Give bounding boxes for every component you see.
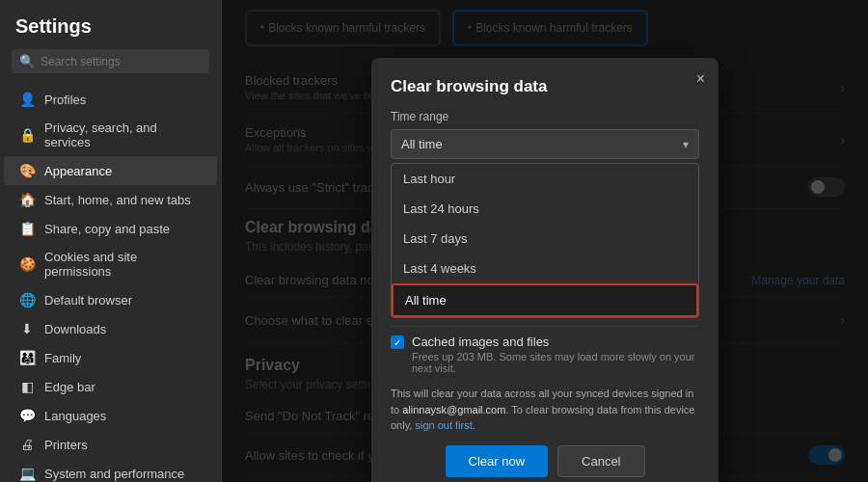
privacy-icon: 🔒 (19, 127, 35, 143)
info-text: This will clear your data across all you… (391, 386, 699, 434)
option-last-24-hours[interactable]: Last 24 hours (392, 194, 698, 224)
sidebar-item-appearance[interactable]: 🎨 Appearance (4, 156, 217, 185)
start-home-label: Start, home, and new tabs (44, 193, 191, 207)
option-last-4-weeks[interactable]: Last 4 weeks (392, 254, 698, 283)
option-last-hour[interactable]: Last hour (392, 164, 698, 194)
dropdown-chevron-icon: ▾ (683, 138, 689, 151)
appearance-icon: 🎨 (19, 163, 35, 178)
sidebar-item-cookies[interactable]: 🍪 Cookies and site permissions (4, 243, 217, 285)
sidebar-item-printers[interactable]: 🖨 Printers (4, 430, 217, 459)
cached-images-checkbox[interactable]: ✓ (391, 335, 404, 349)
privacy-label: Privacy, search, and services (44, 120, 202, 149)
share-copy-label: Share, copy and paste (44, 222, 170, 236)
sidebar-item-downloads[interactable]: ⬇ Downloads (4, 314, 217, 343)
edge-bar-icon: ◧ (19, 379, 35, 394)
family-icon: 👨‍👩‍👧 (19, 350, 35, 365)
system-icon: 💻 (19, 466, 35, 481)
clear-now-button[interactable]: Clear now (446, 445, 549, 477)
profiles-icon: 👤 (19, 92, 35, 107)
search-box[interactable]: 🔍 (12, 49, 209, 73)
share-copy-icon: 📋 (19, 221, 35, 236)
sidebar-item-share-copy[interactable]: 📋 Share, copy and paste (4, 214, 217, 243)
search-icon: 🔍 (19, 54, 35, 68)
modal-overlay: Clear browsing data × Time range All tim… (222, 0, 868, 482)
edge-bar-label: Edge bar (44, 380, 95, 394)
modal-actions: Clear now Cancel (391, 445, 699, 477)
downloads-label: Downloads (44, 322, 106, 336)
sidebar-item-edge-bar[interactable]: ◧ Edge bar (4, 372, 217, 401)
sidebar-item-profiles[interactable]: 👤 Profiles (4, 85, 217, 114)
default-browser-icon: 🌐 (19, 292, 35, 308)
sidebar-item-start-home[interactable]: 🏠 Start, home, and new tabs (4, 185, 217, 214)
cookies-icon: 🍪 (19, 256, 35, 272)
cancel-button[interactable]: Cancel (557, 445, 644, 477)
sidebar: Settings 🔍 👤 Profiles 🔒 Privacy, search,… (0, 0, 222, 482)
sidebar-item-system[interactable]: 💻 System and performance (4, 459, 217, 482)
languages-label: Languages (44, 409, 106, 423)
default-browser-label: Default browser (44, 293, 132, 308)
modal-title: Clear browsing data (391, 77, 699, 96)
nav-list: 👤 Profiles 🔒 Privacy, search, and servic… (0, 85, 221, 482)
sidebar-item-family[interactable]: 👨‍👩‍👧 Family (4, 343, 217, 372)
info-email: alinnaysk@gmail.com (402, 404, 505, 415)
option-last-7-days[interactable]: Last 7 days (392, 224, 698, 254)
modal-close-button[interactable]: × (696, 71, 705, 87)
cached-images-content: Cached images and files Frees up 203 MB.… (412, 335, 699, 374)
printers-label: Printers (44, 438, 88, 452)
cached-images-sub: Frees up 203 MB. Some sites may load mor… (412, 351, 699, 374)
search-input[interactable] (41, 55, 202, 68)
cached-images-title: Cached images and files (412, 335, 699, 349)
time-range-value: All time (401, 137, 443, 151)
sidebar-item-default-browser[interactable]: 🌐 Default browser (4, 285, 217, 314)
cached-images-row: ✓ Cached images and files Frees up 203 M… (391, 326, 699, 378)
start-home-icon: 🏠 (19, 192, 35, 207)
cookies-label: Cookies and site permissions (44, 250, 202, 279)
downloads-icon: ⬇ (19, 321, 35, 336)
profiles-label: Profiles (44, 93, 86, 107)
printers-icon: 🖨 (19, 437, 35, 452)
system-label: System and performance (44, 467, 184, 481)
settings-title: Settings (0, 15, 221, 49)
option-all-time[interactable]: All time (392, 283, 698, 317)
sidebar-item-languages[interactable]: 💬 Languages (4, 401, 217, 430)
time-range-options: Last hourLast 24 hoursLast 7 daysLast 4 … (391, 163, 699, 318)
time-range-dropdown[interactable]: All time ▾ (391, 129, 699, 159)
family-label: Family (44, 351, 81, 365)
time-range-label: Time range (391, 110, 699, 123)
sign-out-link[interactable]: sign out first (415, 419, 472, 431)
sidebar-item-privacy[interactable]: 🔒 Privacy, search, and services (4, 114, 217, 156)
languages-icon: 💬 (19, 408, 35, 423)
modal: Clear browsing data × Time range All tim… (371, 58, 719, 482)
appearance-label: Appearance (44, 164, 112, 178)
